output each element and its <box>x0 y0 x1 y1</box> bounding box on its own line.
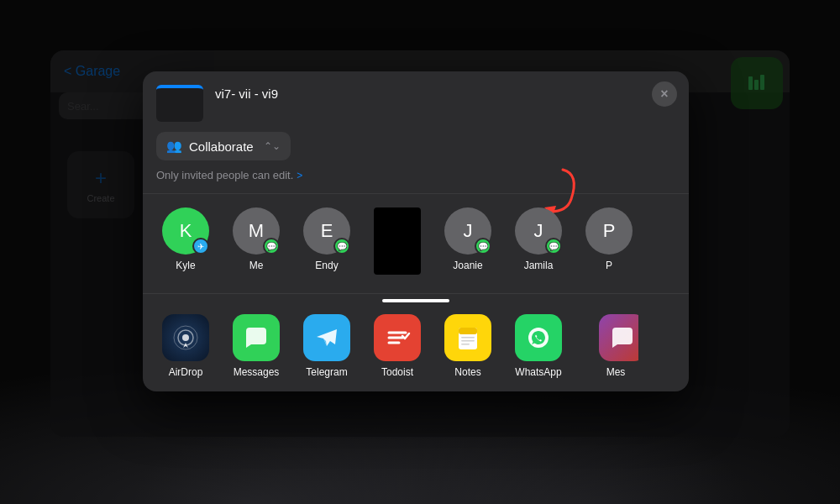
contact-name-endy: Endy <box>315 260 338 271</box>
collaborate-button[interactable]: 👥 Collaborate ⌃⌄ <box>156 132 291 160</box>
contact-kyle[interactable]: K ✈ Kyle <box>156 207 215 271</box>
contact-avatar-jamila: J 💬 <box>515 207 562 255</box>
telegram-badge-kyle: ✈ <box>192 238 209 255</box>
scroll-bar <box>382 299 449 302</box>
messages-badge-jamila: 💬 <box>545 238 562 255</box>
messages-badge-icon-me: 💬 <box>266 242 276 251</box>
share-title: vi7- vii - vi9 <box>215 87 278 101</box>
app-mes-partial[interactable]: Mes <box>580 314 638 378</box>
messages-label: Messages <box>234 366 280 378</box>
contact-endy[interactable]: E 💬 Endy <box>297 207 356 271</box>
app-notes[interactable]: Notes <box>438 314 497 378</box>
contact-name-p: P <box>606 260 612 271</box>
svg-point-7 <box>182 334 189 341</box>
contact-jamila[interactable]: J 💬 Jamila <box>509 207 568 271</box>
telegram-badge-icon: ✈ <box>197 242 204 251</box>
contact-photo[interactable] <box>368 207 427 280</box>
share-thumbnail <box>156 85 203 122</box>
contact-p[interactable]: P P <box>580 207 638 271</box>
collaborate-label: Collaborate <box>189 139 254 154</box>
mes-partial-label: Mes <box>606 366 626 378</box>
contact-avatar-photo <box>374 207 421 275</box>
share-title-area: vi7- vii - vi9 <box>215 85 675 102</box>
app-todoist[interactable]: Todoist <box>368 314 427 378</box>
telegram-label: Telegram <box>306 366 347 378</box>
app-airdrop[interactable]: AirDrop <box>156 314 215 378</box>
whatsapp-label: WhatsApp <box>515 366 561 378</box>
contact-name-kyle: Kyle <box>176 260 195 271</box>
subtitle-text: Only invited people can edit. <box>156 169 293 181</box>
svg-rect-12 <box>461 344 470 345</box>
chevron-up-down-icon: ⌃⌄ <box>264 140 281 152</box>
airdrop-label: AirDrop <box>169 366 203 378</box>
contact-avatar-endy: E 💬 <box>303 207 350 255</box>
scroll-indicator <box>143 294 689 304</box>
messages-badge-endy: 💬 <box>333 238 350 255</box>
share-header: vi7- vii - vi9 × <box>143 71 689 122</box>
messages-badge-joanie: 💬 <box>475 238 491 255</box>
people-icon: 👥 <box>166 139 182 154</box>
airdrop-icon <box>162 314 209 361</box>
svg-rect-9 <box>459 328 477 334</box>
subtitle-chevron-icon: > <box>297 170 302 181</box>
whatsapp-icon <box>515 314 562 361</box>
apps-row: AirDrop Messages Telegram <box>143 304 689 391</box>
contact-avatar-p: P <box>585 207 633 255</box>
app-whatsapp[interactable]: WhatsApp <box>509 314 568 378</box>
contacts-row: K ✈ Kyle M 💬 Me E 💬 End <box>143 194 689 293</box>
contact-avatar-kyle: K ✈ <box>162 207 209 255</box>
svg-rect-11 <box>461 340 475 342</box>
close-button[interactable]: × <box>652 81 677 107</box>
collaborate-row: 👥 Collaborate ⌃⌄ <box>143 122 689 160</box>
app-messages[interactable]: Messages <box>227 314 286 378</box>
contact-avatar-joanie: J 💬 <box>444 207 491 255</box>
todoist-icon <box>374 314 421 361</box>
messages-icon <box>233 314 280 361</box>
contact-avatar-me: M 💬 <box>233 207 280 255</box>
contact-name-me: Me <box>249 260 264 271</box>
contact-joanie[interactable]: J 💬 Joanie <box>438 207 497 271</box>
todoist-label: Todoist <box>381 366 413 378</box>
app-telegram[interactable]: Telegram <box>297 314 356 378</box>
contact-name-joanie: Joanie <box>453 260 482 271</box>
notes-icon <box>444 314 491 361</box>
messages-badge-icon-endy: 💬 <box>337 242 347 251</box>
svg-rect-10 <box>461 337 475 339</box>
contact-me[interactable]: M 💬 Me <box>227 207 286 271</box>
messages-badge-me: 💬 <box>263 238 280 255</box>
notes-label: Notes <box>454 366 480 378</box>
messages-badge-icon-joanie: 💬 <box>478 242 488 251</box>
messages-badge-icon-jamila: 💬 <box>549 242 559 251</box>
telegram-icon <box>303 314 350 361</box>
share-sheet: vi7- vii - vi9 × 👥 Collaborate ⌃⌄ Only i… <box>143 71 689 391</box>
contact-name-jamila: Jamila <box>524 260 554 271</box>
share-subtitle: Only invited people can edit. > <box>143 160 689 181</box>
